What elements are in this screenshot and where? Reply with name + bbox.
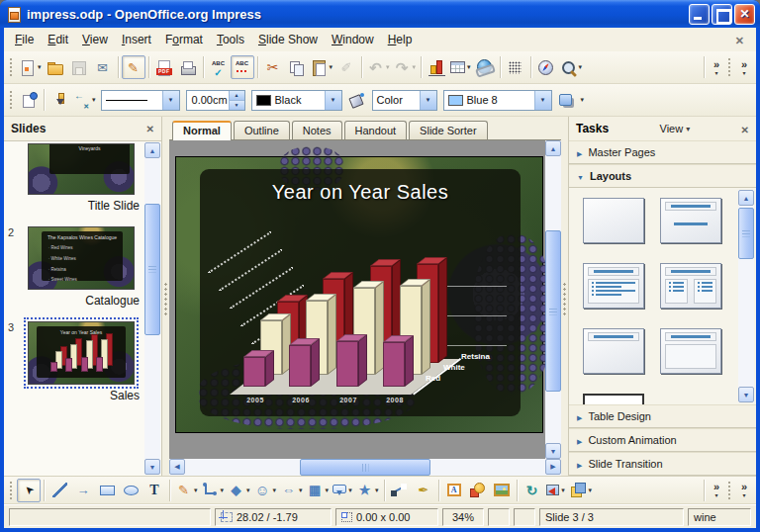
layout-option-title-bullets[interactable]	[583, 263, 644, 309]
toolbar-overflow-button[interactable]	[708, 55, 725, 79]
slide-indicator-cell[interactable]: Slide 3 / 3	[539, 508, 684, 526]
tasks-section-slide-transition[interactable]: Slide Transition	[569, 452, 756, 476]
layout-option-title-only[interactable]	[583, 328, 644, 374]
gallery-button[interactable]	[490, 479, 514, 502]
display-grid-button[interactable]	[504, 55, 527, 79]
line-style-select[interactable]	[101, 90, 180, 111]
rectangle-button[interactable]	[95, 479, 119, 502]
template-name-cell[interactable]: wine	[688, 508, 751, 526]
hyperlink-button[interactable]	[473, 55, 497, 79]
menu-format[interactable]: Format	[158, 30, 210, 49]
scroll-right-icon[interactable]: ▶	[545, 459, 561, 475]
toolbar-overflow-button[interactable]	[708, 479, 725, 502]
arrow-button[interactable]: →	[71, 479, 95, 502]
spin-down-icon[interactable]: ▼	[230, 100, 244, 110]
chevron-down-icon[interactable]	[162, 91, 179, 110]
toolbar-overflow-button[interactable]	[735, 55, 753, 79]
slide-canvas[interactable]: Year on Year Sales	[175, 156, 543, 433]
alignment-button[interactable]: ▾	[544, 479, 568, 502]
text-button[interactable]: T	[142, 479, 166, 502]
from-file-button[interactable]	[466, 479, 490, 502]
close-button[interactable]	[734, 4, 755, 25]
fill-style-select[interactable]: Color	[372, 90, 437, 111]
paste-button[interactable]: ▾	[309, 55, 335, 79]
menu-view[interactable]: View	[75, 30, 115, 49]
chevron-down-icon[interactable]: ▾	[299, 487, 303, 494]
chevron-down-icon[interactable]: ▾	[273, 487, 277, 494]
copy-button[interactable]	[285, 55, 309, 79]
menu-tools[interactable]: Tools	[210, 30, 251, 49]
zoom-button[interactable]: ▾	[558, 55, 585, 79]
glue-points-button[interactable]: ✒	[412, 479, 435, 502]
new-document-button[interactable]: ▾	[17, 55, 44, 79]
chevron-down-icon[interactable]: ▾	[386, 63, 390, 71]
tab-slide-sorter[interactable]: Slide Sorter	[409, 121, 487, 139]
menu-help[interactable]: Help	[381, 30, 420, 49]
connector-button[interactable]: ▾	[200, 479, 227, 502]
toolbar-options-icon[interactable]: ▾	[581, 96, 585, 104]
toolbar-grip[interactable]	[726, 480, 731, 501]
curve-button[interactable]: ✎▾	[173, 479, 200, 502]
edit-file-button[interactable]: ✎	[122, 55, 145, 79]
tasks-view-menu[interactable]: View	[660, 123, 691, 134]
ellipse-button[interactable]	[119, 479, 142, 502]
print-button[interactable]	[176, 55, 200, 79]
scroll-up-icon[interactable]: ▲	[144, 142, 160, 158]
toolbar-overflow-button[interactable]	[735, 479, 753, 502]
object-size-cell[interactable]: 0.00 x 0.00	[335, 508, 438, 526]
minimize-button[interactable]	[689, 4, 710, 25]
chevron-down-icon[interactable]: ▾	[467, 63, 471, 71]
fill-color-select[interactable]: Blue 8	[443, 90, 552, 111]
scroll-down-icon[interactable]: ▼	[144, 459, 160, 475]
chevron-down-icon[interactable]: ▾	[589, 487, 593, 494]
menu-window[interactable]: Window	[325, 30, 381, 49]
chevron-down-icon[interactable]: ▾	[561, 487, 565, 494]
chart-button[interactable]	[425, 55, 448, 79]
toolbar-grip[interactable]	[726, 56, 731, 78]
open-button[interactable]	[44, 55, 67, 79]
line-dialog-button[interactable]	[48, 88, 71, 112]
chevron-down-icon[interactable]: ▾	[194, 487, 198, 494]
arrow-style-button[interactable]: ▾	[71, 88, 98, 112]
chevron-down-icon[interactable]: ▾	[246, 487, 250, 494]
chevron-down-icon[interactable]: ▾	[579, 63, 583, 71]
chevron-down-icon[interactable]: ▾	[38, 63, 42, 71]
send-email-button[interactable]: ✉	[91, 55, 115, 79]
line-width-stepper[interactable]: 0.00cm ▲▼	[186, 90, 245, 111]
scroll-down-icon[interactable]: ▼	[545, 443, 561, 459]
block-arrows-button[interactable]: ⇔▾	[278, 479, 305, 502]
title-bar[interactable]: impress.odp - OpenOffice.org Impress	[0, 0, 760, 28]
slide-list-item-2[interactable]: 2The Kapsalos Wines Catalogue· Red Wines…	[10, 226, 142, 317]
menu-insert[interactable]: Insert	[115, 30, 158, 49]
layout-option-title-frame[interactable]	[660, 328, 721, 374]
spin-up-icon[interactable]: ▲	[230, 91, 244, 100]
tasks-section-master-pages[interactable]: Master Pages	[569, 140, 756, 164]
tab-normal[interactable]: Normal	[172, 121, 232, 140]
rotate-button[interactable]: ↻	[521, 479, 544, 502]
layout-option-title-two-content[interactable]	[660, 263, 721, 309]
auto-spellcheck-button[interactable]	[231, 55, 254, 79]
symbol-shapes-button[interactable]: ☺▾	[252, 479, 279, 502]
vertical-scrollbar[interactable]: ▲ ▼	[545, 140, 561, 459]
tab-notes[interactable]: Notes	[292, 121, 342, 139]
layouts-scrollbar[interactable]: ▲ ▼	[738, 190, 754, 402]
line-color-select[interactable]: Black	[251, 90, 342, 111]
styles-and-formatting-button[interactable]	[17, 88, 41, 112]
chevron-down-icon[interactable]	[325, 91, 341, 110]
edit-points-button[interactable]	[388, 479, 412, 502]
cut-button[interactable]: ✂	[261, 55, 285, 79]
chevron-down-icon[interactable]: ▾	[326, 487, 330, 494]
scroll-up-icon[interactable]: ▲	[545, 140, 561, 156]
fontwork-gallery-button[interactable]	[442, 479, 466, 502]
flowchart-button[interactable]: ▦▾	[305, 479, 332, 502]
scroll-up-icon[interactable]: ▲	[738, 190, 754, 206]
line-button[interactable]	[48, 479, 71, 502]
layout-option-title-subtitle[interactable]	[660, 198, 721, 243]
tasks-section-layouts[interactable]: Layouts	[569, 164, 756, 188]
chevron-down-icon[interactable]: ▾	[92, 96, 96, 104]
slides-panel-close-icon[interactable]	[146, 122, 154, 135]
scroll-down-icon[interactable]: ▼	[738, 387, 754, 402]
basic-shapes-button[interactable]: ◆▾	[226, 479, 252, 502]
layout-option-partial[interactable]	[583, 394, 644, 404]
tasks-section-table-design[interactable]: Table Design	[569, 404, 756, 428]
